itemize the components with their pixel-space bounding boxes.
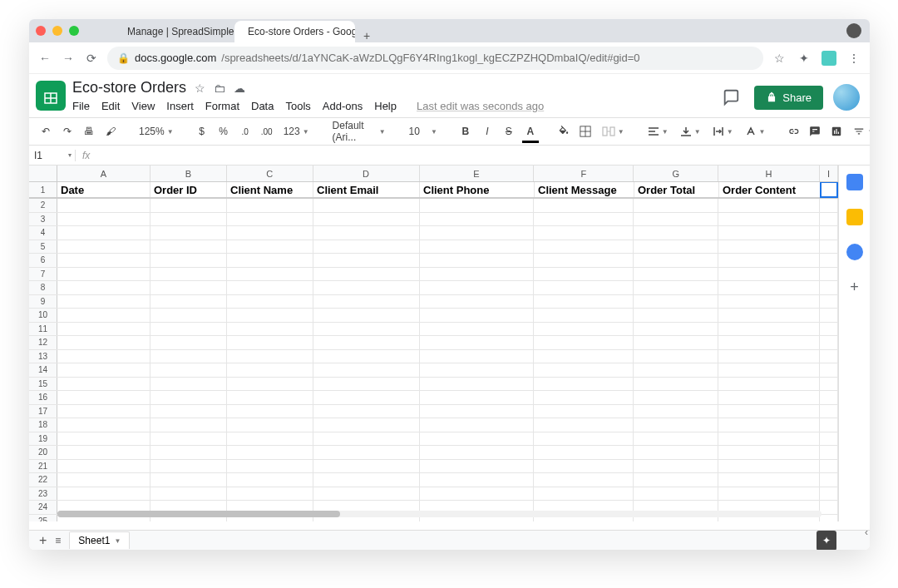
cell-A6[interactable] (57, 254, 150, 267)
row-header-5[interactable]: 5 (29, 240, 57, 254)
column-header-G[interactable]: G (634, 166, 718, 181)
cell-I21[interactable] (820, 460, 838, 473)
cell-F11[interactable] (534, 323, 634, 336)
cell-B19[interactable] (150, 432, 227, 446)
cell-I9[interactable] (820, 295, 838, 309)
all-sheets-button[interactable]: ≡ (55, 535, 61, 546)
cell-F4[interactable] (534, 226, 634, 240)
cell-G11[interactable] (634, 323, 718, 336)
keep-addon-icon[interactable] (846, 209, 863, 225)
font-dropdown[interactable]: Default (Ari...▼ (329, 120, 389, 143)
zoom-dropdown[interactable]: 125%▼ (136, 126, 177, 137)
cell-G14[interactable] (634, 363, 718, 377)
text-color-button[interactable]: A (522, 121, 539, 141)
browser-menu-icon[interactable]: ⋮ (846, 52, 861, 65)
column-header-F[interactable]: F (534, 166, 634, 181)
menu-data[interactable]: Data (251, 100, 274, 112)
cell-B4[interactable] (150, 226, 227, 240)
cell-F10[interactable] (534, 309, 634, 322)
row-header-20[interactable]: 20 (29, 446, 57, 459)
cell-C11[interactable] (227, 323, 313, 336)
cell-E5[interactable] (420, 240, 535, 254)
cell-G6[interactable] (634, 254, 718, 267)
cell-D7[interactable] (313, 268, 420, 281)
cell-D19[interactable] (313, 432, 420, 446)
row-header-1[interactable]: 1 (29, 182, 57, 197)
cell-A13[interactable] (57, 350, 150, 363)
cell-A14[interactable] (57, 363, 150, 377)
cell-A5[interactable] (57, 240, 150, 254)
paint-format-button[interactable]: 🖌 (102, 121, 119, 141)
menu-help[interactable]: Help (374, 100, 397, 112)
cell-I5[interactable] (820, 240, 838, 254)
cell-E13[interactable] (420, 350, 535, 363)
column-header-H[interactable]: H (718, 166, 820, 181)
cell-G18[interactable] (634, 418, 718, 432)
cell-G8[interactable] (634, 281, 718, 294)
row-header-18[interactable]: 18 (29, 418, 57, 432)
cell-E20[interactable] (420, 446, 535, 459)
explore-button[interactable]: ✦ (817, 531, 836, 551)
cell-I7[interactable] (820, 268, 838, 281)
text-wrap-button[interactable]: ▼ (709, 126, 737, 137)
borders-button[interactable] (577, 121, 594, 141)
cell-F15[interactable] (534, 378, 634, 391)
spreadsheet-grid[interactable]: ABCDEFGHI 1DateOrder IDClient NameClient… (29, 166, 838, 521)
cell-H19[interactable] (718, 432, 820, 446)
row-header-22[interactable]: 22 (29, 473, 57, 487)
cell-D6[interactable] (313, 254, 420, 267)
cell-C9[interactable] (227, 295, 313, 309)
cell-E17[interactable] (420, 405, 535, 418)
cell-B3[interactable] (150, 213, 227, 226)
cell-B13[interactable] (150, 350, 227, 363)
calendar-addon-icon[interactable] (846, 174, 863, 190)
cell-H16[interactable] (718, 391, 820, 404)
cell-H23[interactable] (718, 487, 820, 501)
cell-G5[interactable] (634, 240, 718, 254)
browser-tab-sheets[interactable]: Eco-store Orders - Google She ✕ (234, 21, 355, 42)
cell-E1[interactable]: Client Phone (420, 182, 535, 197)
cell-D22[interactable] (313, 473, 420, 487)
address-bar[interactable]: 🔒 docs.google.com/spreadsheets/d/1aYNCaK… (107, 47, 763, 70)
cell-B22[interactable] (150, 473, 227, 487)
cell-B7[interactable] (150, 268, 227, 281)
cell-H2[interactable] (718, 199, 820, 212)
cell-H8[interactable] (718, 281, 820, 294)
cell-I25[interactable] (820, 515, 838, 522)
cell-F16[interactable] (534, 391, 634, 404)
move-icon[interactable]: 🗀 (214, 82, 225, 95)
cell-A7[interactable] (57, 268, 150, 281)
row-header-24[interactable]: 24 (29, 501, 57, 514)
cell-E4[interactable] (420, 226, 535, 240)
cell-D9[interactable] (313, 295, 420, 309)
cell-A10[interactable] (57, 309, 150, 322)
row-header-11[interactable]: 11 (29, 323, 57, 336)
cell-B18[interactable] (150, 418, 227, 432)
cell-C3[interactable] (227, 213, 313, 226)
extension-badge-icon[interactable] (822, 51, 836, 66)
row-header-25[interactable]: 25 (29, 515, 57, 522)
cell-D16[interactable] (313, 391, 420, 404)
cell-B17[interactable] (150, 405, 227, 418)
column-header-E[interactable]: E (420, 166, 535, 181)
cell-G1[interactable]: Order Total (634, 182, 719, 197)
cell-F12[interactable] (534, 336, 634, 349)
cell-I10[interactable] (820, 309, 838, 322)
cell-F2[interactable] (534, 199, 634, 212)
cell-G13[interactable] (634, 350, 718, 363)
cell-F6[interactable] (534, 254, 634, 267)
name-box[interactable]: I1▾ (29, 150, 76, 161)
number-format-dropdown[interactable]: 123▼ (280, 126, 313, 137)
cell-G17[interactable] (634, 405, 718, 418)
menu-edit[interactable]: Edit (101, 100, 120, 112)
vertical-align-button[interactable]: ▼ (677, 126, 704, 137)
cell-I6[interactable] (820, 254, 838, 267)
cell-G22[interactable] (634, 473, 718, 487)
cell-I12[interactable] (820, 336, 838, 349)
cell-A3[interactable] (57, 213, 150, 226)
cell-C17[interactable] (227, 405, 313, 418)
cell-H10[interactable] (718, 309, 820, 322)
strikethrough-button[interactable]: S (501, 121, 517, 141)
cell-D18[interactable] (313, 418, 420, 432)
cell-H4[interactable] (718, 226, 820, 240)
